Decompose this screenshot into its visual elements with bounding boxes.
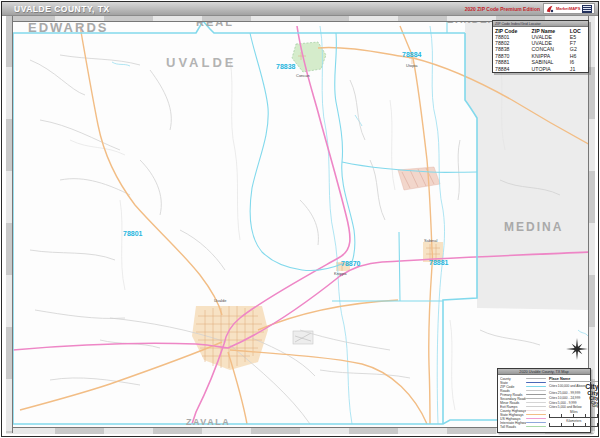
- scale-bar-miles: Miles: [549, 411, 599, 418]
- edition-label: 2020 ZIP Code Premium Edition: [465, 6, 540, 12]
- table-row: 78801UVALDEE5: [493, 34, 588, 40]
- table-row: 78838CONCANG2: [493, 46, 588, 52]
- title-bar: UVALDE COUNTY, TX 2020 ZIP Code Premium …: [2, 2, 598, 16]
- grid-strip-left: [6, 15, 13, 433]
- legend-place-item: Cities 100,000 and AboveCity: [549, 383, 599, 390]
- compass-rose-icon: [566, 338, 588, 360]
- logo-address-block: [582, 5, 592, 13]
- legend: 2020 Uvalde County, TX Map CountyStateZI…: [497, 368, 591, 433]
- map-sheet: EDWARDSREALBANDERAMEDINAZAVALAUVALDE7883…: [0, 0, 600, 438]
- legend-line-items: CountyStateZIP CodeRoadsPrimary RoadsSec…: [500, 377, 546, 429]
- zip-table-header-row: ZIP Code ZIP Name LOC: [493, 27, 588, 34]
- brand-logo: MarketMAPS: [543, 3, 595, 14]
- map-title: UVALDE COUNTY, TX: [14, 4, 110, 14]
- logo-text: MarketMAPS: [556, 7, 580, 11]
- legend-place-items: Place Name Cities 100,000 and AboveCityC…: [549, 377, 599, 429]
- zip-index-table: ZIP Code Index/Grid Locator ZIP Code ZIP…: [492, 20, 589, 73]
- logo-glyph-icon: [546, 5, 554, 13]
- legend-place-item: Cities 5,000 and BelowCity: [549, 405, 599, 409]
- table-row: 78881SABINALI6: [493, 59, 588, 65]
- table-row: 78884UTOPIAJ1: [493, 66, 588, 72]
- scale-bar-kilometers: Kilometers: [549, 420, 599, 427]
- legend-line-item: Toll Roads: [500, 425, 546, 429]
- place-name-header: Place Name: [549, 377, 599, 382]
